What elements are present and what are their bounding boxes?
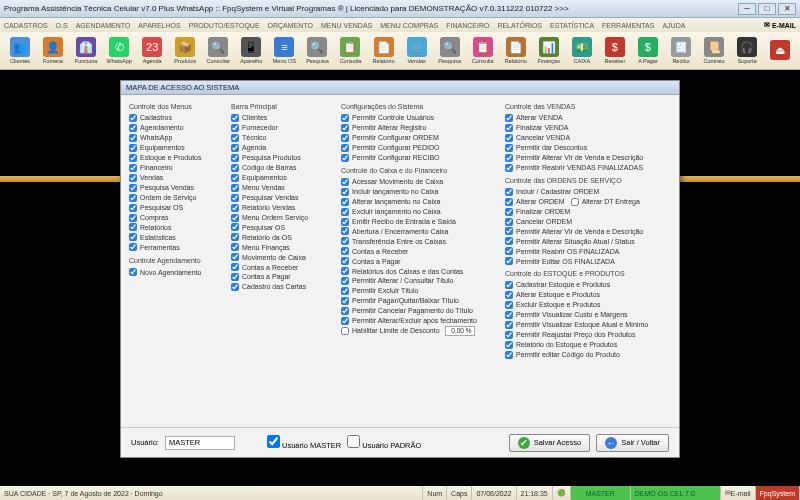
menu-item[interactable]: FERRAMENTAS [602,22,654,29]
checkbox-item[interactable]: Cadastrar Estoque e Produtos [505,280,671,289]
checkbox-item[interactable]: Cadastros [129,113,225,122]
checkbox-item[interactable]: Permitir Cancelar Pagamento do Título [341,306,499,315]
toolbar-aparelho[interactable]: 📱Aparelho [235,34,267,68]
menu-item[interactable]: ORÇAMENTO [268,22,313,29]
menu-item[interactable]: MENU VENDAS [321,22,372,29]
toolbar-consulta[interactable]: 📋Consulta [467,34,499,68]
checkbox-item[interactable]: Relatório do Estoque e Produtos [505,340,671,349]
checkbox-item[interactable]: Transferência Entre os Caixas [341,237,499,246]
checkbox-item[interactable]: Menu Ordem Serviço [231,213,335,222]
toolbar-receber[interactable]: $Receber [599,34,631,68]
checkbox-item[interactable]: Permitir Editar OS FINALIZADA [505,257,671,266]
checkbox-item[interactable]: Permitir Alterar / Consultar Título [341,276,499,285]
checkbox-item[interactable]: Financeiro [129,163,225,172]
back-button[interactable]: ←Sair / Voltar [596,434,669,452]
checkbox-item[interactable]: Pesquisar OS [129,203,225,212]
toolbar-finanças[interactable]: 📊Finanças [533,34,565,68]
checkbox-item[interactable]: Relatórios [129,223,225,232]
toolbar-clientes[interactable]: 👥Clientes [4,34,36,68]
checkbox-item[interactable]: Menu Finanças [231,243,335,252]
checkbox-item[interactable]: Compras [129,213,225,222]
checkbox-item[interactable]: Permitir Alterar Registro [341,123,499,132]
checkbox-item[interactable]: Permitir Visualizar Estoque Atual e Míni… [505,320,671,329]
checkbox-item[interactable]: Contas a Pagar [341,257,499,266]
checkbox-item[interactable]: Alterar DT Entrega [571,197,640,206]
menu-item[interactable]: RELATÓRIOS [497,22,542,29]
checkbox-item[interactable]: Pesquisa Vendas [129,183,225,192]
checkbox-item[interactable]: Movimento de Caixa [231,253,335,262]
checkbox-item[interactable]: Excluir lançamento no Caixa [341,207,499,216]
checkbox-item[interactable]: Relatório Vendas [231,203,335,212]
checkbox-item[interactable]: Clientes [231,113,335,122]
checkbox-item[interactable]: Pesquisa Produtos [231,153,335,162]
checkbox-item[interactable]: Código de Barras [231,163,335,172]
toolbar-pesquisa[interactable]: 🔍Pesquisa [434,34,466,68]
checkbox-item[interactable]: Permitir Alterar Vlr de Venda e Descriçã… [505,153,671,162]
checkbox-item[interactable]: Alterar ORDEM [505,197,565,206]
checkbox-item[interactable]: Contas a Receber [231,263,335,272]
checkbox-item[interactable]: Pesquisar Vendas [231,193,335,202]
checkbox-item[interactable]: Cancelar ORDEM [505,217,671,226]
checkbox-item[interactable]: Alterar VENDA [505,113,671,122]
checkbox-item[interactable]: Acessar Movimento de Caixa [341,177,499,186]
toolbar-consulta[interactable]: 📋Consulta [334,34,366,68]
checkbox-item[interactable]: Permitir Alterar Situação Atual / Status [505,237,671,246]
checkbox-item[interactable]: Permitir Configurar PEDIDO [341,143,499,152]
checkbox-item[interactable]: Fornecedor [231,123,335,132]
checkbox-item[interactable]: Permitir Configurar ORDEM [341,133,499,142]
checkbox-item[interactable]: Permitir Reabrir OS FINALIZADA [505,247,671,256]
checkbox-item[interactable]: Permitir Excluir Título [341,286,499,295]
checkbox-item[interactable]: Permitir Controle Usuários [341,113,499,122]
save-button[interactable]: ✔Salvar Acesso [509,434,591,452]
checkbox-item[interactable]: Estoque e Produtos [129,153,225,162]
toolbar-relatório[interactable]: 📄Relatório [368,34,400,68]
checkbox-item[interactable]: Equipamentos [231,173,335,182]
checkbox-item[interactable]: Relatório da OS [231,233,335,242]
toolbar-recibo[interactable]: 🧾Recibo [665,34,697,68]
checkbox-item[interactable]: Cadastro das Cartas [231,282,335,291]
checkbox-item[interactable]: Relatórios dos Caixas e das Contas [341,267,499,276]
checkbox-item[interactable]: Menu Vendas [231,183,335,192]
menu-item[interactable]: FINANCEIRO [446,22,489,29]
toolbar-caixa[interactable]: 💵CAIXA [566,34,598,68]
checkbox-item[interactable]: Ferramentas [129,243,225,252]
toolbar-a pagar[interactable]: $A Pagar [632,34,664,68]
checkbox-item[interactable]: Cancelar VENDA [505,133,671,142]
checkbox-item[interactable]: Permitir Visualizar Custo e Margens [505,310,671,319]
checkbox-item[interactable]: Ordem de Serviço [129,193,225,202]
menu-item[interactable]: AJUDA [662,22,685,29]
toolbar-produtos[interactable]: 📦Produtos [169,34,201,68]
checkbox-item[interactable]: Finalizar VENDA [505,123,671,132]
toolbar-pesquisa[interactable]: 🔍Pesquisa [301,34,333,68]
checkbox-item[interactable]: WhatsApp [129,133,225,142]
checkbox-master[interactable]: Usuário MASTER [267,435,341,450]
toolbar-menu os[interactable]: ≡Menu OS [268,34,300,68]
checkbox-item[interactable]: Incluir / Cadastrar ORDEM [505,187,671,196]
checkbox-item[interactable]: Permitir Alterar/Excluir após fechamento [341,316,499,325]
checkbox-item[interactable]: Permitir dar Descontos [505,143,671,152]
checkbox-item[interactable]: Finalizar ORDEM [505,207,671,216]
menu-item[interactable]: PRODUTO/ESTOQUE [189,22,260,29]
close-button[interactable]: ✕ [778,3,796,15]
checkbox-item[interactable]: Abertura / Encerramento Caixa [341,227,499,236]
menu-item[interactable]: O.S [56,22,68,29]
checkbox-item[interactable]: Agenda [231,143,335,152]
checkbox-item[interactable]: Vendas [129,173,225,182]
menu-item[interactable]: MENU COMPRAS [380,22,438,29]
toolbar-suporte[interactable]: 🎧Suporte [731,34,763,68]
checkbox-item[interactable]: Emitir Recibo de Entrada e Saída [341,217,499,226]
checkbox-item[interactable]: Permitir Reabrir VENDAS FINALIZADAS [505,163,671,172]
toolbar-consultar[interactable]: 🔍Consultar [202,34,234,68]
checkbox-item[interactable]: Permitir Alterar Vlr de Venda e Descriçã… [505,227,671,236]
checkbox-item[interactable]: Contas a Receber [341,247,499,256]
user-input[interactable] [165,436,235,450]
toolbar-vendas[interactable]: 🛒Vendas [401,34,433,68]
checkbox-item[interactable]: Alterar lançamento no Caixa [341,197,499,206]
checkbox-item[interactable]: Estatísticas [129,233,225,242]
checkbox-item[interactable]: Excluir Estoque e Produtos [505,300,671,309]
menu-item[interactable]: AGENDAMENTO [76,22,131,29]
minimize-button[interactable]: ─ [738,3,756,15]
checkbox-item[interactable]: Permitir Reajustar Preço dos Produtos [505,330,671,339]
toolbar-fornece[interactable]: 👤Fornece [37,34,69,68]
maximize-button[interactable]: □ [758,3,776,15]
